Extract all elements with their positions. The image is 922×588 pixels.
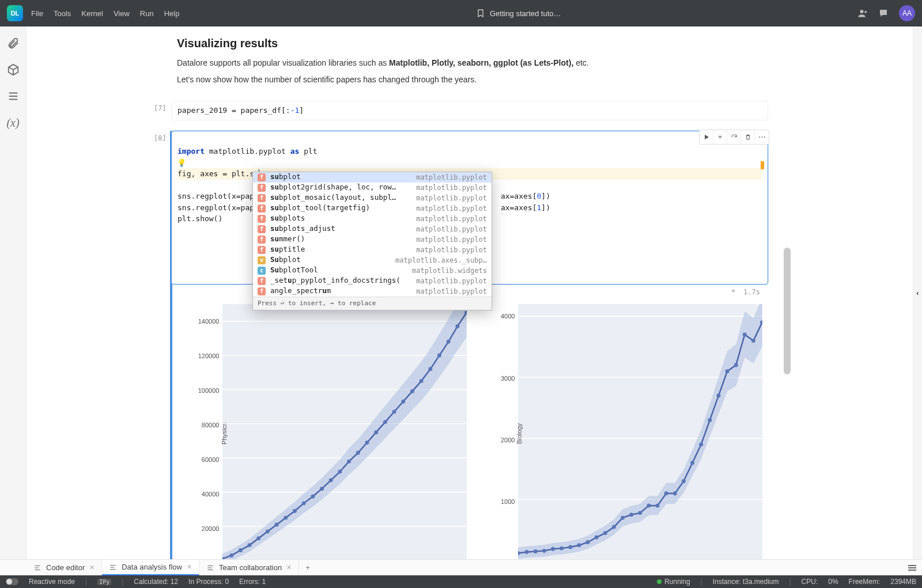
delete-cell-button[interactable] — [741, 130, 755, 144]
code-editor-area[interactable]: import matplotlib.pyplot as plt 💡 fig, a… — [171, 131, 768, 285]
svg-point-53 — [621, 516, 625, 520]
menu-kernel[interactable]: Kernel — [81, 9, 103, 18]
heading-visualizing: Visualizing results — [177, 37, 762, 50]
completion-item[interactable]: f suptitle matplotlib.pyplot — [253, 245, 492, 255]
lightbulb-icon[interactable]: 💡 — [177, 158, 186, 167]
svg-point-48 — [577, 543, 581, 547]
ytick-label: 60000 — [194, 456, 219, 463]
completion-text: _setup_pyplot_info_docstrings( — [270, 275, 411, 286]
completion-kind-icon: f — [258, 194, 266, 202]
svg-point-62 — [700, 442, 704, 446]
status-running: Running — [657, 578, 690, 586]
cell-prompt: [7] — [154, 104, 167, 112]
svg-point-22 — [338, 469, 342, 473]
right-panel-toggle-icon[interactable]: ‹ — [913, 26, 922, 559]
completion-item[interactable]: f summer() matplotlib.pyplot — [253, 234, 492, 245]
completion-popup: f subplot matplotlib.pyplot f subplot2gr… — [252, 172, 492, 311]
completion-item[interactable]: f subplots matplotlib.pyplot — [253, 214, 492, 224]
completion-item[interactable]: v Subplot matplotlib.axes._subp… — [253, 255, 492, 265]
svg-point-18 — [302, 501, 306, 505]
run-cell-button[interactable] — [700, 130, 713, 144]
completion-module: matplotlib.pyplot — [416, 172, 487, 183]
completion-text: subplot — [270, 172, 411, 183]
completion-module: matplotlib.pyplot — [416, 286, 487, 297]
paragraph-2: Let's now show how the number of scienti… — [177, 74, 762, 86]
completion-item[interactable]: f angle_spectrum matplotlib.pyplot — [253, 286, 492, 297]
svg-point-55 — [638, 511, 643, 515]
completion-item[interactable]: f subplot_mosaic(layout, subpl… matplotl… — [253, 193, 492, 203]
add-cell-button[interactable]: + — [713, 130, 727, 144]
completion-item[interactable]: f subplot2grid(shape, loc, row… matplotl… — [253, 183, 492, 193]
menu-file[interactable]: File — [31, 9, 43, 18]
code-editor-area[interactable]: papers_2019 = papers_df[:-1] — [171, 101, 768, 120]
completion-module: matplotlib.axes._subp… — [395, 255, 487, 265]
completion-text: SubplotTool — [270, 265, 407, 276]
tab-close-icon[interactable]: ✕ — [89, 564, 95, 571]
svg-point-0 — [860, 10, 864, 13]
attachment-icon[interactable] — [7, 37, 20, 50]
cell-toolbar: + ⋯ — [699, 130, 769, 145]
svg-point-64 — [717, 394, 721, 398]
menu-tools[interactable]: Tools — [54, 9, 71, 18]
ytick-label: 20000 — [194, 525, 219, 532]
main-menu: File Tools Kernel View Run Help — [31, 9, 179, 18]
bookmark-icon — [476, 9, 485, 18]
code-cell-8[interactable]: [8] + ⋯ import matplotlib.pyplot as plt … — [171, 131, 768, 560]
add-user-icon[interactable] — [857, 8, 868, 18]
more-cell-button[interactable]: ⋯ — [755, 130, 769, 144]
variables-icon[interactable]: (x) — [6, 116, 19, 130]
svg-point-66 — [734, 363, 738, 367]
menu-help[interactable]: Help — [164, 9, 180, 18]
tab-code-editor[interactable]: Code editor ✕ — [27, 560, 102, 575]
editor-warning-marker[interactable] — [761, 161, 764, 169]
rerun-cell-button[interactable] — [727, 130, 741, 144]
menu-view[interactable]: View — [114, 9, 130, 18]
completion-item[interactable]: f _setup_pyplot_info_docstrings( matplot… — [253, 276, 492, 286]
svg-point-14 — [266, 529, 270, 533]
comment-icon[interactable] — [878, 8, 889, 18]
tab-close-icon[interactable]: ✕ — [286, 564, 292, 571]
tab-data-analysis[interactable]: Data analysis flow ✕ — [102, 560, 199, 575]
notebook-title[interactable]: Getting started tuto… — [179, 9, 857, 18]
code-cell-7[interactable]: [7] papers_2019 = papers_df[:-1] — [171, 101, 768, 120]
completion-kind-icon: v — [258, 256, 266, 264]
completion-item[interactable]: f subplot_tool(targetfig) matplotlib.pyp… — [253, 203, 492, 214]
tab-close-icon[interactable]: ✕ — [187, 563, 192, 571]
menu-run[interactable]: Run — [140, 9, 154, 18]
completion-text: summer() — [270, 234, 411, 245]
svg-point-13 — [257, 536, 261, 540]
completion-kind-icon: c — [258, 267, 266, 275]
package-icon[interactable] — [7, 63, 20, 76]
completion-module: matplotlib.pyplot — [416, 245, 487, 255]
completion-item[interactable]: f subplot matplotlib.pyplot — [253, 172, 492, 183]
ytick-label: 140000 — [194, 318, 219, 325]
completion-text: angle_spectrum — [270, 286, 411, 297]
completion-kind-icon: f — [258, 236, 266, 244]
list-icon — [109, 563, 117, 571]
completion-item[interactable]: f subplots_adjust matplotlib.pyplot — [253, 224, 492, 234]
tab-team-collab[interactable]: Team collaboration ✕ — [199, 560, 299, 575]
svg-point-57 — [656, 503, 660, 507]
svg-point-30 — [410, 389, 414, 393]
completion-kind-icon: f — [258, 215, 266, 223]
status-cpu-value: 0% — [828, 578, 838, 586]
markdown-cell[interactable]: Visualizing results Datalore supports al… — [171, 37, 768, 101]
scrollbar-thumb[interactable] — [784, 248, 791, 374]
tabs-overflow-icon[interactable] — [908, 560, 922, 575]
plot-physics: Physics 02000040000600008000010000012000… — [222, 304, 467, 559]
add-tab-button[interactable]: + — [299, 560, 316, 575]
outline-icon[interactable] — [7, 90, 20, 103]
completion-item[interactable]: c SubplotTool matplotlib.widgets — [253, 265, 492, 276]
svg-point-15 — [275, 523, 279, 527]
avatar[interactable]: AA — [899, 5, 915, 21]
ipy-badge[interactable]: IPy — [97, 579, 111, 585]
svg-point-44 — [542, 549, 546, 553]
completion-module: matplotlib.pyplot — [416, 203, 487, 214]
completion-text: subplots_adjust — [270, 223, 411, 234]
top-right-controls: AA — [857, 5, 915, 21]
reactive-toggle[interactable] — [6, 578, 18, 585]
notebook-content[interactable]: Visualizing results Datalore supports al… — [27, 26, 913, 559]
ytick-label: 2000 — [496, 437, 515, 443]
svg-point-12 — [248, 543, 252, 547]
app-logo-icon[interactable]: DL — [7, 5, 23, 21]
